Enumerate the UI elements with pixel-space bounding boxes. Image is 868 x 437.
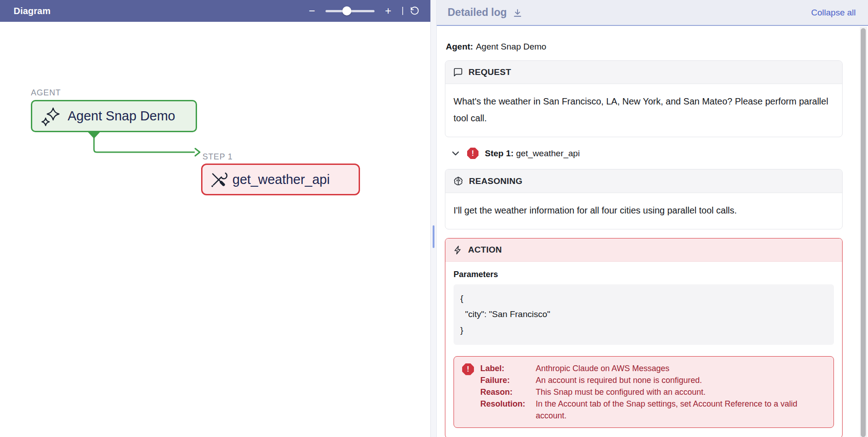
- agent-type-label: AGENT: [31, 88, 61, 98]
- error-row-value: This Snap must be configured with an acc…: [536, 386, 825, 398]
- tools-icon: [208, 170, 227, 189]
- log-title-group: Detailed log: [448, 6, 523, 19]
- error-box: ! Label: Anthropic Claude on AWS Message…: [454, 356, 834, 428]
- reset-zoom-button[interactable]: [410, 6, 419, 16]
- step1-row-label: Step 1:: [485, 149, 513, 158]
- zoom-slider[interactable]: [326, 6, 375, 15]
- agent-node-name: Agent Snap Demo: [68, 109, 175, 124]
- reasoning-heading: REASONING: [469, 176, 523, 186]
- log-body: Agent:Agent Snap Demo REQUEST What's the…: [437, 26, 868, 437]
- chevron-down-icon[interactable]: [450, 148, 461, 159]
- diagram-canvas[interactable]: AGENT Agent Snap Demo STEP 1: [0, 22, 430, 437]
- collapse-all-link[interactable]: Collapse all: [811, 8, 856, 18]
- detailed-log-panel: Detailed log Collapse all Agent:Agent Sn…: [437, 0, 868, 437]
- error-row-value: Anthropic Claude on AWS Messages: [536, 363, 825, 374]
- reasoning-card: REASONING I'll get the weather informati…: [445, 169, 843, 229]
- splitter-drag-handle[interactable]: [433, 225, 434, 248]
- parameters-code-block: { "city": "San Francisco" }: [454, 284, 834, 345]
- action-card: ACTION Parameters { "city": "San Francis…: [445, 238, 843, 437]
- log-scrollbar[interactable]: [860, 27, 867, 437]
- reset-zoom-icon: [410, 6, 419, 16]
- log-header: Detailed log Collapse all: [437, 0, 868, 26]
- error-box-badge: !: [462, 363, 474, 375]
- sparkles-icon: [40, 106, 61, 127]
- agent-node[interactable]: Agent Snap Demo: [31, 100, 197, 132]
- action-card-body: Parameters { "city": "San Francisco" } !…: [445, 262, 842, 437]
- zoom-out-button[interactable]: −: [306, 5, 318, 16]
- error-row-value: An account is required but none is confi…: [536, 374, 825, 386]
- diagram-panel-title: Diagram: [14, 6, 50, 16]
- step1-type-label: STEP 1: [202, 152, 233, 162]
- error-row-label: Reason:: [480, 386, 536, 398]
- panel-splitter[interactable]: [430, 0, 437, 437]
- zoom-controls: − +: [306, 5, 419, 16]
- download-icon: [513, 8, 523, 18]
- log-panel-title: Detailed log: [448, 6, 507, 19]
- zoom-in-button[interactable]: +: [382, 5, 395, 16]
- error-row-value: In the Account tab of the Snap settings,…: [536, 398, 825, 422]
- step1-node-name: get_weather_api: [232, 172, 330, 187]
- zoom-separator: [402, 7, 403, 15]
- log-scrollbar-thumb[interactable]: [861, 28, 866, 437]
- exclamation-glyph: !: [467, 365, 469, 373]
- agent-line-value: Agent Snap Demo: [476, 42, 546, 51]
- reasoning-card-header: REASONING: [445, 169, 842, 193]
- reasoning-text: I'll get the weather information for all…: [445, 193, 842, 229]
- request-heading: REQUEST: [469, 67, 511, 77]
- connector-lines: [0, 22, 430, 437]
- zoom-slider-thumb[interactable]: [342, 6, 351, 15]
- parameters-label: Parameters: [454, 270, 834, 279]
- app-window: Diagram − +: [0, 0, 868, 437]
- diagram-header: Diagram − +: [0, 0, 430, 22]
- action-heading: ACTION: [468, 245, 502, 255]
- agent-line: Agent:Agent Snap Demo: [446, 42, 843, 52]
- exclamation-glyph: !: [472, 149, 474, 158]
- error-details: Label: Anthropic Claude on AWS Messages …: [480, 363, 825, 422]
- error-row-label: Resolution:: [480, 398, 536, 422]
- brain-icon: [453, 176, 464, 186]
- action-card-header: ACTION: [445, 238, 842, 262]
- request-text: What's the weather in San Francisco, LA,…: [445, 84, 842, 137]
- error-row-label: Failure:: [480, 374, 536, 386]
- agent-line-label: Agent:: [446, 42, 473, 51]
- step1-log-row[interactable]: ! Step 1: get_weather_api: [450, 148, 843, 159]
- diagram-panel: Diagram − +: [0, 0, 430, 437]
- lightning-icon: [453, 245, 463, 255]
- download-log-button[interactable]: [513, 8, 523, 18]
- request-card-header: REQUEST: [445, 61, 842, 84]
- speech-bubble-icon: [453, 67, 463, 77]
- error-row-label: Label:: [480, 363, 536, 374]
- request-card: REQUEST What's the weather in San Franci…: [445, 60, 843, 137]
- step1-row-text: Step 1: get_weather_api: [485, 149, 580, 159]
- step1-row-name: get_weather_api: [516, 149, 580, 158]
- step1-error-badge: !: [467, 148, 478, 159]
- step1-node[interactable]: get_weather_api: [201, 164, 360, 195]
